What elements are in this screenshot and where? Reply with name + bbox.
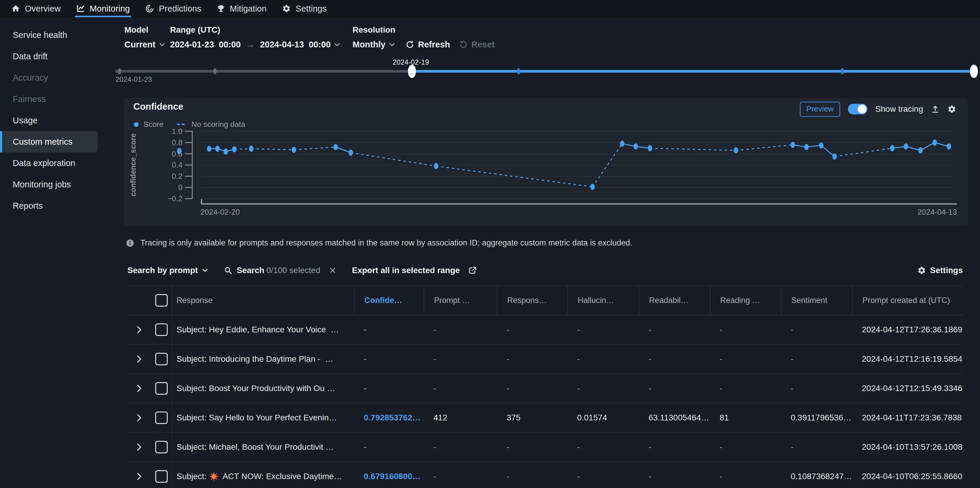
row-expand-button[interactable] (127, 374, 151, 403)
row-expand-button[interactable] (127, 462, 151, 488)
select-all-checkbox[interactable] (155, 294, 168, 306)
table-settings-button[interactable]: Settings (917, 262, 963, 279)
y-tick-label: 0.2 (172, 172, 183, 180)
cell-confidence[interactable]: 0.679160800… (354, 462, 424, 488)
cell-hallucination: - (567, 374, 639, 403)
x-axis-end-label: 2024-04-13 (918, 207, 957, 217)
row-expand-button[interactable] (127, 403, 151, 432)
x-axis-start-label: 2024-02-20 (200, 207, 240, 217)
legend-no-scoring-label: No scoring data (191, 120, 245, 129)
nav-item-label: Overview (25, 4, 61, 14)
column-header-hallucination[interactable]: Hallucin… (567, 286, 639, 314)
slider-handle2[interactable] (970, 65, 978, 78)
reset-button[interactable]: Reset (459, 40, 495, 49)
sidebar-item-usage[interactable]: Usage (0, 110, 98, 131)
model-label: Model (124, 25, 148, 35)
cell-reading: - (710, 432, 781, 461)
y-tick-label: 0 (178, 183, 183, 192)
show-tracing-toggle[interactable] (848, 104, 867, 115)
slider-handle1[interactable] (408, 65, 416, 78)
table-row: Subject: Michael, Boost Your Productivit… (127, 432, 963, 462)
sidebar-item-data-drift[interactable]: Data drift (0, 46, 98, 67)
nav-item-settings[interactable]: Settings (282, 0, 327, 17)
column-header-response_tokens[interactable]: Respons… (497, 286, 567, 314)
trophy-icon (217, 5, 225, 13)
nav-item-label: Predictions (159, 4, 201, 14)
y-tick-label: 0.8 (172, 138, 183, 147)
search-button[interactable]: Search (224, 262, 264, 279)
cell-response_tokens: - (497, 315, 567, 344)
column-header-sentiment[interactable]: Sentiment (781, 286, 852, 314)
line-chart-icon (76, 4, 85, 13)
search-icon (224, 266, 232, 275)
nav-item-monitoring[interactable]: Monitoring (76, 0, 130, 17)
burst-emoji-icon (210, 472, 218, 481)
no-scoring-line-dashed (234, 144, 892, 187)
row-checkbox[interactable] (155, 470, 168, 483)
sidebar-item-custom-metrics[interactable]: Custom metrics (0, 131, 98, 152)
row-checkbox[interactable] (155, 441, 168, 453)
sidebar-item-monitoring-jobs[interactable]: Monitoring jobs (0, 174, 98, 195)
column-header-response[interactable]: Response (172, 286, 354, 314)
y-tick-label: −0.2 (167, 194, 183, 203)
column-header-reading[interactable]: Reading … (710, 286, 781, 314)
slider-range-start-label: 2024-01-23 (116, 75, 152, 84)
preview-button[interactable]: Preview (800, 102, 840, 117)
export-button[interactable]: Export all in selected range (352, 262, 477, 279)
nav-item-predictions[interactable]: Predictions (145, 0, 201, 17)
table-row: Subject: Boost Your Productivity with Ou… (127, 374, 963, 403)
model-select[interactable]: Current (124, 40, 165, 49)
column-header-created[interactable]: Prompt created at (UTC) (852, 286, 963, 314)
resolution-select[interactable]: Monthly (353, 40, 395, 49)
nav-item-label: Monitoring (90, 4, 130, 14)
row-expand-button[interactable] (127, 344, 151, 373)
row-checkbox[interactable] (155, 353, 168, 365)
score-point (292, 147, 296, 153)
slider-track[interactable] (115, 70, 975, 73)
cell-sentiment: - (781, 432, 852, 461)
gear-icon[interactable] (947, 105, 956, 113)
sidebar-item-label: Monitoring jobs (13, 180, 71, 190)
column-header-confidence[interactable]: Confide… (354, 286, 424, 314)
row-expand-button[interactable] (127, 315, 151, 344)
filter-controls: Model Current Range (UTC) 2024-01-23 00:… (124, 25, 978, 64)
y-axis-label: confidence_score (129, 133, 137, 196)
cell-hallucination: - (567, 432, 639, 461)
sidebar-item-reports[interactable]: Reports (0, 195, 98, 217)
cell-hallucination: - (567, 462, 639, 488)
cell-confidence[interactable]: 0.792853762… (354, 403, 424, 432)
search-by-prompt-dropdown[interactable]: Search by prompt (127, 262, 208, 279)
sidebar-item-label: Custom metrics (13, 137, 72, 147)
table-header-row: ResponseConfide…Prompt …Respons…Hallucin… (127, 285, 963, 315)
sidebar-item-data-exploration[interactable]: Data exploration (0, 152, 98, 174)
close-icon[interactable] (329, 267, 336, 274)
nav-item-overview[interactable]: Overview (11, 0, 61, 17)
column-header-prompt_tokens[interactable]: Prompt … (424, 286, 497, 314)
sidebar-item-service-health[interactable]: Service health (0, 24, 98, 46)
cell-hallucination: 0.01574 (567, 403, 639, 432)
refresh-icon (406, 40, 414, 49)
upload-icon[interactable] (931, 105, 940, 113)
refresh-button[interactable]: Refresh (406, 40, 450, 49)
range-arrow-icon: → (244, 40, 256, 49)
export-label: Export all in selected range (352, 266, 460, 275)
cell-readability: - (639, 462, 710, 488)
prompts-table: ResponseConfide…Prompt …Respons…Hallucin… (127, 285, 963, 488)
cell-prompt_tokens: 412 (424, 403, 497, 432)
row-checkbox[interactable] (155, 382, 168, 395)
sidebar-item-label: Accuracy (13, 73, 48, 83)
range-select[interactable]: 2024-01-23 00:00 → 2024-04-13 00:00 (170, 40, 340, 49)
resolution-label: Resolution (353, 25, 396, 35)
row-expand-button[interactable] (127, 432, 151, 461)
gear-icon (282, 4, 291, 13)
column-header-readability[interactable]: Readabil… (639, 286, 710, 314)
row-checkbox[interactable] (155, 324, 168, 336)
score-point (932, 139, 937, 145)
row-checkbox[interactable] (155, 411, 168, 424)
score-point (804, 144, 809, 150)
nav-item-mitigation[interactable]: Mitigation (217, 0, 267, 17)
score-point (947, 144, 951, 150)
cell-hallucination: - (567, 344, 639, 373)
cell-response: Subject: ACT NOW: Exclusive Daytime… (172, 462, 354, 488)
row-checkbox-cell (151, 432, 172, 461)
